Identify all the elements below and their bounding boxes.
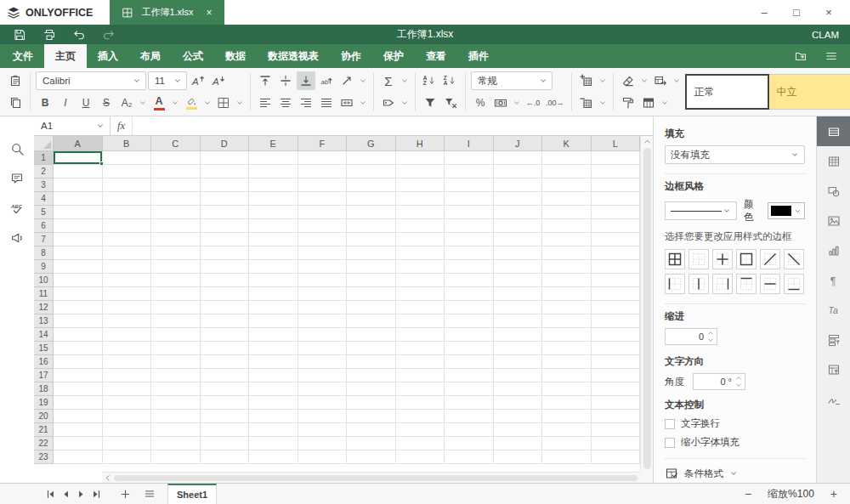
cell-A16[interactable] xyxy=(54,355,103,369)
cell-J1[interactable] xyxy=(494,151,543,165)
cell-E5[interactable] xyxy=(249,206,298,219)
menu-tab-保护[interactable]: 保护 xyxy=(372,44,415,68)
paste-button[interactable] xyxy=(6,71,25,90)
cell-K9[interactable] xyxy=(542,260,592,274)
cell-C3[interactable] xyxy=(151,178,201,192)
cell-G1[interactable] xyxy=(347,151,396,165)
decrease-decimal-button[interactable]: ←.0 xyxy=(524,93,542,112)
cell-F13[interactable] xyxy=(298,314,348,328)
vertical-scroll-thumb[interactable] xyxy=(643,148,651,469)
cell-I18[interactable] xyxy=(445,382,494,396)
cell-F19[interactable] xyxy=(298,396,348,410)
text-orientation-button[interactable]: ab xyxy=(317,71,336,90)
cell-J23[interactable] xyxy=(494,450,543,464)
row-header-12[interactable]: 12 xyxy=(34,301,54,314)
cell-G13[interactable] xyxy=(347,314,396,328)
cell-C11[interactable] xyxy=(151,287,201,301)
cell-H15[interactable] xyxy=(396,342,445,355)
cell-G22[interactable] xyxy=(347,437,396,450)
cell-K7[interactable] xyxy=(542,233,592,246)
cell-I8[interactable] xyxy=(445,246,494,260)
cell-J19[interactable] xyxy=(494,396,543,410)
align-top-button[interactable] xyxy=(256,71,275,90)
cell-L17[interactable] xyxy=(592,369,641,382)
cell-K23[interactable] xyxy=(542,450,592,464)
cell-F2[interactable] xyxy=(298,165,348,178)
cell-E11[interactable] xyxy=(249,287,298,301)
cell-A4[interactable] xyxy=(54,192,103,206)
format-as-table-button[interactable] xyxy=(639,93,658,112)
cell-L23[interactable] xyxy=(592,450,641,464)
chevron-down-icon[interactable] xyxy=(202,99,212,107)
cell-J18[interactable] xyxy=(494,382,543,396)
text-direction-button[interactable] xyxy=(337,71,356,90)
row-header-21[interactable]: 21 xyxy=(34,423,54,437)
cell-B13[interactable] xyxy=(103,314,152,328)
cell-L15[interactable] xyxy=(592,342,641,355)
column-header-E[interactable]: E xyxy=(249,136,298,151)
cell-C9[interactable] xyxy=(151,260,201,274)
cell-B5[interactable] xyxy=(103,206,152,219)
selection-fill-handle[interactable] xyxy=(99,161,104,166)
column-header-A[interactable]: A xyxy=(54,136,103,151)
window-close-button[interactable]: × xyxy=(816,3,842,22)
align-center-button[interactable] xyxy=(276,93,295,112)
cell-H7[interactable] xyxy=(396,233,445,246)
font-name-select[interactable]: Calibri xyxy=(36,71,146,90)
cell-I10[interactable] xyxy=(445,274,494,287)
cell-K16[interactable] xyxy=(542,355,592,369)
horizontal-scrollbar[interactable] xyxy=(102,472,640,483)
cell-J20[interactable] xyxy=(494,410,543,423)
cell-A14[interactable] xyxy=(54,328,103,342)
row-header-18[interactable]: 18 xyxy=(34,382,54,396)
row-header-10[interactable]: 10 xyxy=(34,274,54,287)
cell-J6[interactable] xyxy=(494,219,543,233)
cell-I6[interactable] xyxy=(445,219,494,233)
cell-F8[interactable] xyxy=(298,246,348,260)
cell-A17[interactable] xyxy=(54,369,103,382)
menu-tab-文件[interactable]: 文件 xyxy=(2,44,44,68)
panel-tab-signature-settings[interactable] xyxy=(817,384,850,414)
cell-G19[interactable] xyxy=(347,396,396,410)
cell-G3[interactable] xyxy=(347,178,396,192)
row-header-3[interactable]: 3 xyxy=(34,178,54,192)
cell-A12[interactable] xyxy=(54,301,103,314)
last-sheet-button[interactable] xyxy=(90,486,103,501)
cell-L21[interactable] xyxy=(592,423,641,437)
checkbox-缩小字体填充[interactable] xyxy=(665,438,675,448)
named-ranges-button[interactable] xyxy=(379,93,398,112)
cell-E6[interactable] xyxy=(249,219,298,233)
row-header-11[interactable]: 11 xyxy=(34,287,54,301)
undo-button[interactable] xyxy=(70,26,88,42)
cell-I1[interactable] xyxy=(445,151,494,165)
cell-K8[interactable] xyxy=(542,246,592,260)
cell-I23[interactable] xyxy=(445,450,494,464)
menu-tab-协作[interactable]: 协作 xyxy=(330,44,372,68)
cell-C13[interactable] xyxy=(151,314,201,328)
cell-K2[interactable] xyxy=(542,165,592,178)
cell-G23[interactable] xyxy=(347,450,396,464)
cell-G6[interactable] xyxy=(347,219,396,233)
cell-A11[interactable] xyxy=(54,287,103,301)
cell-C4[interactable] xyxy=(151,192,201,206)
cell-H8[interactable] xyxy=(396,246,445,260)
cell-B20[interactable] xyxy=(103,410,152,423)
cell-I14[interactable] xyxy=(445,328,494,342)
cell-C15[interactable] xyxy=(151,342,201,355)
cell-H14[interactable] xyxy=(396,328,445,342)
filter-button[interactable] xyxy=(421,93,439,112)
cell-C23[interactable] xyxy=(151,450,201,464)
cell-E22[interactable] xyxy=(249,437,298,450)
cell-A9[interactable] xyxy=(54,260,103,274)
cell-J5[interactable] xyxy=(494,206,543,219)
cell-I11[interactable] xyxy=(445,287,494,301)
cell-C1[interactable] xyxy=(151,151,201,165)
menu-tab-数据透视表[interactable]: 数据透视表 xyxy=(257,44,330,68)
row-header-22[interactable]: 22 xyxy=(34,437,54,450)
cell-D6[interactable] xyxy=(201,219,250,233)
row-header-9[interactable]: 9 xyxy=(34,260,54,274)
cell-L16[interactable] xyxy=(592,355,641,369)
cell-L7[interactable] xyxy=(592,233,641,246)
chevron-down-icon[interactable] xyxy=(358,76,368,85)
cell-K6[interactable] xyxy=(542,219,592,233)
